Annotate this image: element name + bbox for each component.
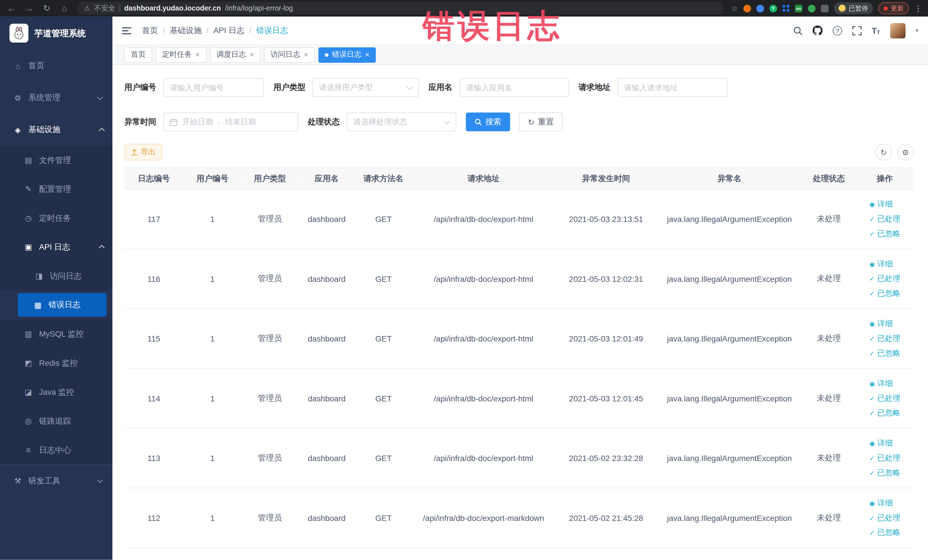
sidebar-item-系统管理[interactable]: ⚙ 系统管理 — [0, 82, 112, 113]
chevron-up-icon — [99, 128, 105, 134]
sidebar-item-API 日志[interactable]: ▣ API 日志 — [0, 232, 112, 262]
eye-icon: ◉ — [869, 499, 875, 507]
sidebar-item-日志中心[interactable]: ≡ 日志中心 — [0, 436, 112, 465]
sidebar-collapse-icon[interactable] — [122, 27, 131, 34]
sidebar-item-研发工具[interactable]: ⚒ 研发工具 — [0, 465, 112, 497]
tab-错误日志[interactable]: 错误日志 × — [318, 47, 376, 63]
tab-定时任务[interactable]: 定时任务 × — [156, 47, 206, 63]
bookmark-star-icon[interactable]: ☆ — [731, 4, 738, 12]
processed-link[interactable]: ✓已处理 — [869, 391, 900, 406]
extension-icon-4[interactable] — [808, 5, 816, 12]
processed-link[interactable]: ✓已处理 — [869, 271, 900, 286]
sidebar-item-定时任务[interactable]: ◷ 定时任务 — [0, 204, 112, 233]
breadcrumb-separator: / — [206, 26, 209, 35]
detail-link[interactable]: ◉详细 — [869, 316, 900, 331]
sidebar-item-Redis 监控[interactable]: ◩ Redis 监控 — [0, 349, 112, 378]
tab-close-icon[interactable]: × — [365, 51, 370, 58]
tab-访问日志[interactable]: 访问日志 × — [264, 47, 315, 63]
browser-home-icon[interactable]: ⌂ — [59, 3, 70, 13]
cell-log_id: 114 — [124, 368, 183, 428]
ignored-link[interactable]: ✓已忽略 — [869, 226, 900, 241]
sidebar-item-首页[interactable]: ⌂ 首页 — [0, 50, 112, 82]
detail-link[interactable]: ◉详细 — [869, 256, 900, 271]
exception-time-range-picker[interactable]: 开始日期 - 结束日期 — [163, 112, 298, 131]
app-logo[interactable]: 芋道管理系统 — [0, 17, 112, 50]
sidebar-item-配置管理[interactable]: ✎ 配置管理 — [0, 175, 112, 204]
breadcrumb-item[interactable]: 基础设施 — [170, 25, 202, 36]
browser-forward-icon[interactable]: → — [24, 3, 34, 13]
sidebar-item-访问日志[interactable]: ◨ 访问日志 — [0, 262, 112, 291]
extension-icon-3[interactable]: Y — [769, 5, 777, 12]
search-icon[interactable] — [793, 26, 803, 35]
sidebar-item-MySQL 监控[interactable]: ▥ MySQL 监控 — [0, 319, 112, 349]
processed-link[interactable]: ✓已处理 — [869, 331, 900, 346]
tab-close-icon[interactable]: × — [195, 51, 200, 58]
cell-status: 未处理 — [802, 368, 856, 428]
tab-close-icon[interactable]: × — [250, 51, 254, 58]
browser-chrome: ← → ↻ ⌂ ⚠ 不安全 dashboard.yudao.iocoder.cn… — [0, 0, 928, 17]
extension-on-badge[interactable]: on — [795, 5, 803, 12]
avatar-caret-icon[interactable]: ▾ — [916, 27, 918, 34]
extensions-puzzle-icon[interactable] — [821, 5, 829, 12]
breadcrumb-item[interactable]: 首页 — [142, 25, 158, 36]
refresh-button[interactable]: ↻ — [875, 144, 892, 160]
process-status-select[interactable]: 请选择处理状态 — [347, 112, 456, 131]
sidebar: 芋道管理系统 ⌂ 首页 ⚙ 系统管理 ◈ 基础设施 ▤ 文件管理 ✎ 配置管理 … — [0, 17, 112, 560]
ignored-link[interactable]: ✓已忽略 — [869, 465, 900, 481]
column-settings-button[interactable]: ⚙ — [897, 144, 914, 160]
tab-close-icon[interactable]: × — [304, 51, 308, 58]
tab-调度日志[interactable]: 调度日志 × — [210, 47, 261, 63]
cell-method: GET — [355, 488, 412, 548]
paused-badge[interactable]: 已暂停 — [834, 2, 873, 14]
breadcrumb-item[interactable]: 错误日志 — [256, 25, 288, 36]
ignored-link[interactable]: ✓已忽略 — [869, 286, 900, 301]
ignored-link[interactable]: ✓已忽略 — [869, 525, 900, 540]
update-button[interactable]: 更新 — [878, 2, 909, 14]
reset-button[interactable]: ↻ 重置 — [519, 112, 563, 131]
sidebar-item-文件管理[interactable]: ▤ 文件管理 — [0, 145, 112, 175]
processed-link[interactable]: ✓已处理 — [869, 510, 900, 525]
request-url-input[interactable] — [618, 78, 727, 97]
user-id-input[interactable] — [163, 78, 264, 97]
column-header-异常名: 异常名 — [657, 168, 802, 189]
detail-link[interactable]: ◉详细 — [869, 496, 900, 510]
extension-icon-2[interactable] — [756, 5, 764, 12]
cell-time: 2021-05-03 12:01:49 — [555, 309, 657, 369]
sidebar-item-错误日志[interactable]: ▦ 错误日志 — [18, 293, 107, 317]
cell-status: 未处理 — [802, 249, 856, 309]
font-size-icon[interactable]: TT — [872, 26, 880, 35]
app-name-input[interactable] — [459, 78, 569, 97]
detail-link[interactable]: ◉详细 — [869, 436, 900, 451]
search-button[interactable]: 搜索 — [466, 112, 510, 131]
tab-首页[interactable]: 首页 — [124, 47, 152, 63]
processed-link[interactable]: ✓已处理 — [869, 451, 900, 465]
calendar-icon — [170, 118, 177, 126]
fullscreen-icon[interactable] — [852, 26, 862, 35]
sidebar-item-链路追踪[interactable]: ◎ 链路追踪 — [0, 406, 112, 436]
browser-reload-icon[interactable]: ↻ — [41, 3, 52, 13]
breadcrumb-item[interactable]: API 日志 — [214, 25, 244, 36]
processed-link[interactable]: ✓已处理 — [869, 212, 900, 226]
extension-icon-1[interactable] — [743, 5, 751, 12]
sidebar-item-Java 监控[interactable]: ◪ Java 监控 — [0, 378, 112, 407]
sidebar-item-基础设施[interactable]: ◈ 基础设施 — [0, 113, 112, 145]
cell-url: /api/infra/db-doc/export-html — [412, 189, 555, 249]
user-avatar[interactable] — [890, 23, 905, 38]
detail-link[interactable]: ◉详细 — [869, 197, 900, 212]
browser-menu-icon[interactable]: ⋮ — [914, 4, 922, 12]
cell-app_name: dashboard — [298, 309, 355, 369]
github-icon[interactable] — [812, 25, 823, 35]
address-bar[interactable]: ⚠ 不安全 dashboard.yudao.iocoder.cn /infra/… — [77, 2, 724, 15]
user-type-select[interactable]: 请选择用户类型 — [312, 78, 419, 97]
ignored-link[interactable]: ✓已忽略 — [869, 346, 900, 361]
help-icon[interactable]: ? — [833, 26, 842, 35]
export-button[interactable]: 导出 — [124, 144, 162, 160]
check-icon: ✓ — [869, 230, 875, 238]
detail-link[interactable]: ◉详细 — [869, 376, 900, 391]
ignored-link[interactable]: ✓已忽略 — [869, 406, 900, 421]
table-row: 1121管理员dashboardGET/api/infra/db-doc/exp… — [124, 488, 914, 548]
browser-back-icon[interactable]: ← — [6, 3, 17, 13]
extension-grid-icon[interactable] — [783, 5, 790, 12]
check-icon: ✓ — [869, 469, 875, 477]
api-log-icon: ▣ — [24, 243, 33, 252]
